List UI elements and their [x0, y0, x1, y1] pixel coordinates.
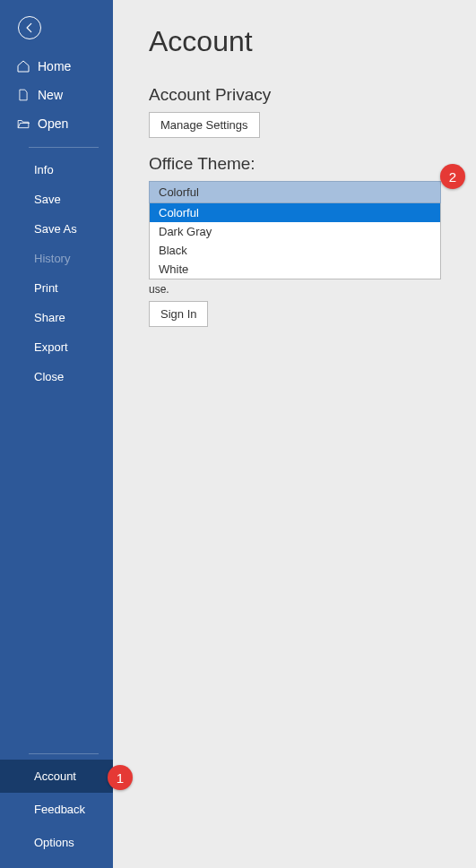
- annotation-1: 1: [108, 765, 133, 790]
- nav-open[interactable]: Open: [0, 109, 113, 138]
- theme-option-white[interactable]: White: [150, 260, 440, 279]
- content-area: Account Account Privacy Manage Settings …: [113, 0, 476, 868]
- nav-new-label: New: [38, 88, 63, 102]
- theme-heading: Office Theme:: [149, 154, 458, 174]
- nav-info[interactable]: Info: [0, 155, 113, 185]
- sidebar-divider-bottom: [29, 753, 99, 754]
- nav-share[interactable]: Share: [0, 303, 113, 332]
- theme-option-black[interactable]: Black: [150, 241, 440, 260]
- office-theme-combobox[interactable]: Colorful Colorful Dark Gray Black White: [149, 181, 441, 279]
- nav-middle-group: Info Save Save As History Print Share Ex…: [0, 155, 113, 391]
- nav-account[interactable]: Account: [0, 760, 113, 793]
- nav-print[interactable]: Print: [0, 273, 113, 303]
- nav-save[interactable]: Save: [0, 185, 113, 214]
- office-theme-section: Office Theme: Colorful Colorful Dark Gra…: [149, 154, 458, 327]
- privacy-heading: Account Privacy: [149, 85, 458, 105]
- nav-open-label: Open: [38, 116, 68, 131]
- nav-home[interactable]: Home: [0, 52, 113, 81]
- theme-dropdown-list: Colorful Dark Gray Black White: [149, 203, 441, 279]
- backstage-sidebar: Home New Open Info Save Save As History …: [0, 0, 113, 868]
- nav-save-as[interactable]: Save As: [0, 214, 113, 244]
- nav-history[interactable]: History: [0, 244, 113, 273]
- theme-selected-value[interactable]: Colorful: [149, 181, 441, 203]
- theme-option-darkgray[interactable]: Dark Gray: [150, 222, 440, 241]
- nav-bottom-group: Account Feedback Options: [0, 753, 113, 868]
- arrow-left-icon: [23, 21, 36, 34]
- home-icon: [16, 59, 30, 73]
- connected-text-trailing: use.: [149, 283, 458, 296]
- sidebar-divider: [29, 147, 99, 148]
- nav-feedback[interactable]: Feedback: [0, 793, 113, 826]
- nav-top-group: Home New Open: [0, 52, 113, 138]
- back-button[interactable]: [18, 16, 41, 39]
- account-privacy-section: Account Privacy Manage Settings: [149, 85, 458, 138]
- nav-home-label: Home: [38, 59, 71, 73]
- sign-in-button[interactable]: Sign In: [149, 301, 208, 327]
- theme-option-colorful[interactable]: Colorful: [150, 203, 440, 222]
- manage-settings-button[interactable]: Manage Settings: [149, 112, 260, 138]
- nav-close[interactable]: Close: [0, 362, 113, 391]
- nav-options[interactable]: Options: [0, 826, 113, 859]
- nav-export[interactable]: Export: [0, 332, 113, 362]
- open-icon: [16, 116, 30, 131]
- annotation-2: 2: [440, 164, 465, 189]
- nav-new[interactable]: New: [0, 81, 113, 109]
- page-title: Account: [149, 25, 458, 58]
- new-icon: [16, 88, 30, 102]
